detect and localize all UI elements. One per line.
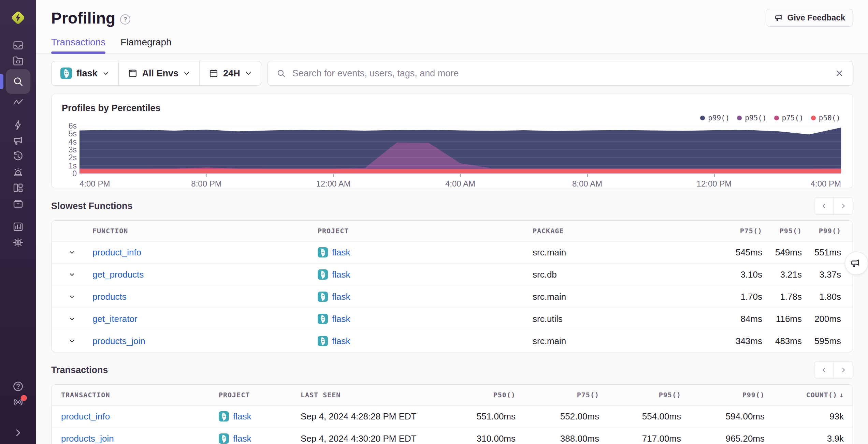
function-link[interactable]: products bbox=[92, 292, 127, 302]
slowest-functions-table: FUNCTION PROJECT PACKAGE P75() P95() P99… bbox=[51, 220, 853, 352]
sidebar-item-insights[interactable] bbox=[6, 117, 30, 133]
prev-page-button[interactable] bbox=[814, 197, 834, 214]
legend-item-p75[interactable]: p75() bbox=[774, 114, 804, 122]
notification-dot bbox=[21, 395, 27, 401]
col-p95[interactable]: P95() bbox=[762, 221, 802, 241]
transaction-link[interactable]: product_info bbox=[61, 411, 110, 422]
chevron-right-icon bbox=[839, 202, 848, 210]
page-help-icon[interactable]: ? bbox=[120, 14, 130, 25]
p50-cell: 310.00ms bbox=[434, 428, 516, 444]
legend-item-p50[interactable]: p50() bbox=[811, 114, 840, 122]
sidebar-item-releases[interactable] bbox=[6, 149, 30, 164]
sidebar-item-whats-new[interactable] bbox=[6, 394, 30, 410]
environment-filter-label: All Envs bbox=[142, 68, 179, 79]
function-link[interactable]: product_info bbox=[92, 247, 141, 258]
col-project[interactable]: PROJECT bbox=[219, 385, 301, 405]
p99-cell: 1.80s bbox=[802, 286, 853, 308]
col-transaction[interactable]: TRANSACTION bbox=[52, 385, 219, 405]
p99-cell: 965.20ms bbox=[681, 428, 765, 444]
project-link[interactable]: flask bbox=[332, 336, 350, 346]
sidebar-item-settings[interactable] bbox=[6, 235, 30, 250]
function-link[interactable]: products_join bbox=[92, 336, 145, 346]
tab-transactions[interactable]: Transactions bbox=[51, 37, 105, 53]
chevron-down-icon bbox=[102, 70, 110, 77]
p75-cell: 84ms bbox=[722, 308, 762, 330]
chart-title: Profiles by Percentiles bbox=[62, 103, 841, 114]
function-link[interactable]: get_iterator bbox=[92, 314, 138, 324]
col-package[interactable]: PACKAGE bbox=[533, 221, 722, 241]
sidebar-item-explore[interactable] bbox=[6, 69, 30, 94]
expand-row-button[interactable] bbox=[52, 241, 92, 263]
expand-row-button[interactable] bbox=[52, 308, 92, 330]
search-input[interactable] bbox=[292, 68, 829, 79]
p95-cell: 717.00ms bbox=[599, 428, 681, 444]
p99-cell: 200ms bbox=[802, 308, 853, 330]
y-axis-labels: 6s 5s 4s 3s 2s 1s 0 bbox=[62, 126, 79, 174]
sidebar-item-projects[interactable] bbox=[6, 53, 30, 69]
package-cell: src.db bbox=[533, 264, 722, 285]
sidebar-item-feedback[interactable] bbox=[6, 133, 30, 149]
flask-project-icon bbox=[318, 269, 328, 280]
table-row: product_info flask Sep 4, 2024 4:28:28 P… bbox=[52, 405, 853, 428]
expand-row-button[interactable] bbox=[52, 264, 92, 285]
legend-item-p95[interactable]: p95() bbox=[737, 114, 766, 122]
table-header-row: FUNCTION PROJECT PACKAGE P75() P95() P99… bbox=[52, 221, 853, 241]
chevron-right-icon bbox=[12, 427, 24, 439]
chevron-left-icon bbox=[820, 202, 828, 210]
date-range-filter[interactable]: 24H bbox=[199, 61, 261, 85]
col-p99[interactable]: P99() bbox=[681, 385, 765, 405]
sidebar-collapse-toggle[interactable] bbox=[6, 425, 30, 441]
sidebar-item-traces[interactable] bbox=[6, 94, 30, 110]
project-link[interactable]: flask bbox=[332, 314, 350, 324]
sidebar-item-dashboards[interactable] bbox=[6, 180, 30, 196]
flask-project-icon bbox=[318, 314, 328, 324]
flask-project-icon bbox=[318, 247, 328, 257]
col-p50[interactable]: P50() bbox=[434, 385, 516, 405]
expand-row-button[interactable] bbox=[52, 330, 92, 352]
tab-flamegraph[interactable]: Flamegraph bbox=[120, 37, 171, 53]
tab-bar: Transactions Flamegraph bbox=[51, 37, 853, 53]
main-area: Profiling ? Give Feedback Transactions F… bbox=[36, 0, 868, 444]
sidebar-item-issues[interactable] bbox=[6, 38, 30, 53]
percentiles-plot[interactable] bbox=[79, 126, 841, 174]
sidebar-item-archive[interactable] bbox=[6, 196, 30, 211]
count-cell: 3.9k bbox=[765, 428, 853, 444]
legend-item-p99[interactable]: p99() bbox=[700, 114, 729, 122]
transaction-link[interactable]: products_join bbox=[61, 433, 114, 444]
col-p95[interactable]: P95() bbox=[599, 385, 681, 405]
col-p75[interactable]: P75() bbox=[516, 385, 599, 405]
sidebar-item-stats[interactable] bbox=[6, 219, 30, 235]
environment-filter[interactable]: All Envs bbox=[118, 61, 200, 85]
project-link[interactable]: flask bbox=[233, 433, 251, 444]
project-link[interactable]: flask bbox=[233, 411, 251, 422]
window-icon bbox=[128, 68, 138, 78]
project-link[interactable]: flask bbox=[332, 247, 350, 258]
floating-feedback-button[interactable] bbox=[845, 252, 868, 275]
project-link[interactable]: flask bbox=[332, 292, 350, 302]
col-last-seen[interactable]: LAST SEEN bbox=[301, 385, 434, 405]
table-row: product_info flask src.main 545ms 549ms … bbox=[52, 241, 853, 264]
function-link[interactable]: get_products bbox=[92, 269, 144, 280]
legend-dot-p95 bbox=[737, 116, 742, 120]
clear-search-icon[interactable] bbox=[834, 68, 844, 78]
expand-row-button[interactable] bbox=[52, 286, 92, 308]
project-filter[interactable]: flask bbox=[52, 61, 118, 85]
col-p75[interactable]: P75() bbox=[722, 221, 762, 241]
col-project[interactable]: PROJECT bbox=[318, 221, 533, 241]
prev-page-button[interactable] bbox=[814, 361, 834, 379]
next-page-button[interactable] bbox=[834, 197, 853, 214]
col-count[interactable]: COUNT()↓ bbox=[765, 385, 853, 405]
project-link[interactable]: flask bbox=[332, 269, 350, 280]
col-function[interactable]: FUNCTION bbox=[92, 221, 318, 241]
legend-dot-p75 bbox=[774, 116, 779, 120]
sidebar-item-alerts[interactable] bbox=[6, 164, 30, 180]
search-bar[interactable] bbox=[267, 61, 853, 86]
org-avatar[interactable] bbox=[9, 8, 28, 27]
col-p99[interactable]: P99() bbox=[802, 221, 853, 241]
p95-cell: 554.00ms bbox=[599, 405, 681, 427]
sidebar-item-help[interactable] bbox=[6, 379, 30, 394]
legend-dot-p50 bbox=[811, 116, 816, 120]
next-page-button[interactable] bbox=[834, 361, 853, 379]
p50-cell: 551.00ms bbox=[434, 405, 516, 427]
give-feedback-button[interactable]: Give Feedback bbox=[766, 9, 853, 27]
